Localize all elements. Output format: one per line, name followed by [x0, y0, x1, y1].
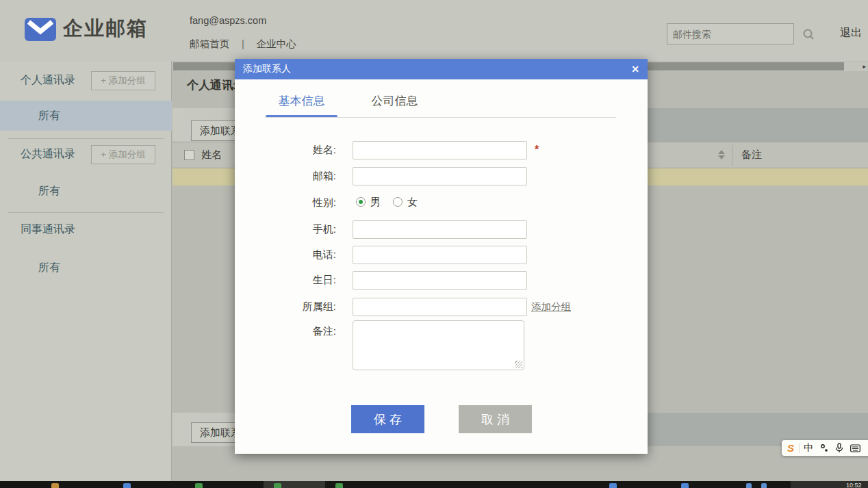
gender-male-label[interactable]: 男	[370, 196, 381, 209]
sidebar-item-label: 所有	[38, 184, 60, 198]
keyboard-icon[interactable]	[850, 444, 860, 452]
cancel-button[interactable]: 取 消	[459, 405, 532, 433]
search-icon[interactable]	[802, 24, 815, 44]
taskbar-app-icon[interactable]	[335, 483, 343, 488]
sidebar-item-public-all[interactable]: 所有	[0, 176, 172, 206]
phone-label: 电话:	[255, 248, 336, 261]
taskbar-active-slot[interactable]	[264, 481, 325, 488]
taskbar-app-icon[interactable]	[274, 483, 281, 488]
close-icon[interactable]: ✕	[631, 59, 639, 79]
add-contact-dialog: 添加联系人 ✕ 基本信息 公司信息 姓名: * 邮箱: 性别: 男 女 手机: …	[235, 59, 648, 454]
group-field[interactable]	[353, 298, 527, 316]
ime-toolbar: S 中	[782, 440, 868, 456]
taskbar-app-icon[interactable]	[123, 483, 131, 488]
sidebar-divider	[8, 138, 164, 139]
microphone-icon[interactable]	[835, 443, 843, 453]
sidebar-section-colleague-contacts[interactable]: 同事通讯录	[21, 222, 75, 237]
remark-field[interactable]	[353, 320, 524, 370]
sogou-icon[interactable]: S	[787, 442, 794, 454]
taskbar-tray-icon[interactable]	[746, 483, 752, 488]
scroll-right-arrow-icon[interactable]: ▸	[863, 62, 866, 71]
column-divider	[732, 145, 732, 166]
email-label: 邮箱:	[255, 170, 336, 183]
tab-basic-info[interactable]: 基本信息	[266, 93, 337, 114]
birthday-label: 生日:	[255, 274, 336, 287]
sidebar-section-personal-contacts[interactable]: 个人通讯录	[21, 73, 75, 88]
birthday-field[interactable]	[353, 271, 527, 290]
sidebar: 个人通讯录 + 添加分组 所有 公共通讯录 + 添加分组 所有 同事通讯录 所有	[0, 61, 172, 481]
header-nav: 邮箱首页 | 企业中心	[190, 38, 306, 51]
dialog-titlebar[interactable]: 添加联系人 ✕	[235, 59, 648, 79]
add-group-button-public[interactable]: + 添加分组	[91, 145, 155, 164]
tab-baseline	[266, 117, 616, 118]
sidebar-divider	[8, 212, 164, 213]
remark-label: 备注:	[255, 325, 336, 338]
taskbar-tray-icon[interactable]	[761, 483, 767, 488]
sidebar-item-colleague-all[interactable]: 所有	[0, 253, 172, 283]
taskbar[interactable]: 10:52	[0, 481, 868, 488]
enterprise-mail-app: 企业邮箱 fang@aspzs.com 邮箱首页 | 企业中心 退出 个人通讯录…	[0, 0, 868, 488]
mobile-label: 手机:	[255, 223, 336, 236]
nav-separator: |	[242, 38, 244, 49]
dialog-title: 添加联系人	[243, 63, 291, 75]
required-marker: *	[535, 144, 539, 156]
nav-enterprise-center[interactable]: 企业中心	[257, 38, 296, 49]
sidebar-item-label: 所有	[38, 109, 60, 123]
taskbar-app-icon[interactable]	[609, 483, 617, 488]
gender-female-label[interactable]: 女	[407, 196, 418, 209]
gender-label: 性别:	[255, 196, 336, 209]
mail-search-box	[667, 23, 794, 44]
sort-icon[interactable]	[718, 149, 725, 160]
tab-company-info[interactable]: 公司信息	[359, 93, 431, 114]
brand-title: 企业邮箱	[63, 15, 148, 42]
ime-divider	[799, 444, 800, 453]
logout-button[interactable]: 退出	[840, 26, 862, 40]
sidebar-section-public-contacts[interactable]: 公共通讯录	[21, 147, 75, 162]
column-header-remark[interactable]: 备注	[741, 149, 762, 162]
add-group-link[interactable]: 添加分组	[531, 300, 571, 313]
header: 企业邮箱 fang@aspzs.com 邮箱首页 | 企业中心 退出	[0, 0, 868, 61]
name-field[interactable]	[353, 141, 527, 159]
taskbar-app-icon[interactable]	[681, 483, 689, 488]
name-label: 姓名:	[255, 144, 336, 157]
tools-icon[interactable]	[820, 444, 828, 452]
taskbar-app-icon[interactable]	[195, 483, 203, 488]
chinese-mode-icon[interactable]: 中	[804, 442, 813, 454]
column-header-name[interactable]: 姓名	[201, 149, 222, 162]
sidebar-item-personal-all[interactable]: 所有	[0, 101, 172, 131]
email-field[interactable]	[353, 167, 527, 185]
mobile-field[interactable]	[353, 220, 527, 239]
nav-mail-home[interactable]: 邮箱首页	[190, 38, 229, 49]
group-label: 所属组:	[255, 300, 336, 313]
taskbar-app-icon[interactable]	[51, 483, 59, 488]
taskbar-clock: 10:52	[846, 482, 862, 488]
sidebar-item-label: 所有	[38, 261, 60, 275]
gender-female-radio[interactable]	[393, 197, 403, 207]
phone-field[interactable]	[353, 246, 527, 264]
select-all-checkbox[interactable]	[184, 150, 194, 160]
gender-male-radio[interactable]	[356, 197, 366, 207]
add-group-button-personal[interactable]: + 添加分组	[91, 71, 155, 90]
mail-search-input[interactable]	[667, 29, 802, 40]
account-email: fang@aspzs.com	[190, 15, 266, 26]
save-button[interactable]: 保 存	[351, 405, 424, 433]
mail-logo-icon	[25, 16, 56, 42]
